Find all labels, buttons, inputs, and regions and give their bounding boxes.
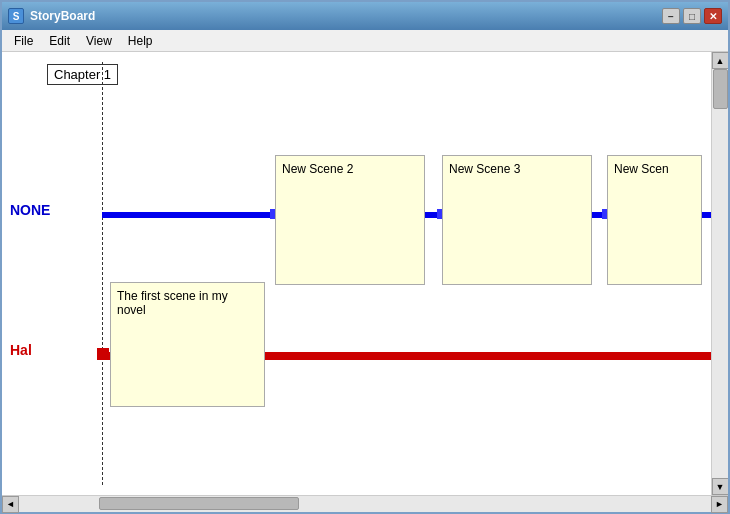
scroll-right-button[interactable]: ► [711,496,728,513]
close-button[interactable]: ✕ [704,8,722,24]
title-bar-left: S StoryBoard [8,8,95,24]
menu-edit[interactable]: Edit [41,32,78,50]
chapter-divider [102,62,103,485]
content-area: Chapter 1 NONE New Scene 2 New Scene 3 N… [2,52,728,495]
hal-label: Hal [10,342,32,358]
scroll-down-button[interactable]: ▼ [712,478,729,495]
main-canvas[interactable]: Chapter 1 NONE New Scene 2 New Scene 3 N… [2,52,711,495]
scene-card-4-label: New Scen [614,162,669,176]
minimize-button[interactable]: − [662,8,680,24]
horizontal-scrollbar[interactable]: ◄ ► [2,495,728,512]
scroll-thumb-vertical[interactable] [713,69,728,109]
menu-bar: File Edit View Help [2,30,728,52]
vertical-scrollbar[interactable]: ▲ ▼ [711,52,728,495]
window-controls: − □ ✕ [662,8,722,24]
title-bar: S StoryBoard − □ ✕ [2,2,728,30]
scene-card-3[interactable]: New Scene 3 [442,155,592,285]
hal-scene-card[interactable]: The first scene in my novel [110,282,265,407]
scroll-left-button[interactable]: ◄ [2,496,19,513]
chapter-label: Chapter 1 [47,64,118,85]
scene-card-2[interactable]: New Scene 2 [275,155,425,285]
main-window: S StoryBoard − □ ✕ File Edit View Help C… [0,0,730,514]
scene-card-2-label: New Scene 2 [282,162,353,176]
app-icon: S [8,8,24,24]
none-label: NONE [10,202,50,218]
scene-card-3-label: New Scene 3 [449,162,520,176]
scroll-track-horizontal[interactable] [19,496,711,512]
scroll-track-vertical[interactable] [712,69,728,478]
scroll-thumb-horizontal[interactable] [99,497,299,510]
menu-file[interactable]: File [6,32,41,50]
menu-help[interactable]: Help [120,32,161,50]
window-title: StoryBoard [30,9,95,23]
hal-scene-text: The first scene in my novel [117,289,228,317]
menu-view[interactable]: View [78,32,120,50]
scene-card-4[interactable]: New Scen [607,155,702,285]
scroll-up-button[interactable]: ▲ [712,52,729,69]
maximize-button[interactable]: □ [683,8,701,24]
